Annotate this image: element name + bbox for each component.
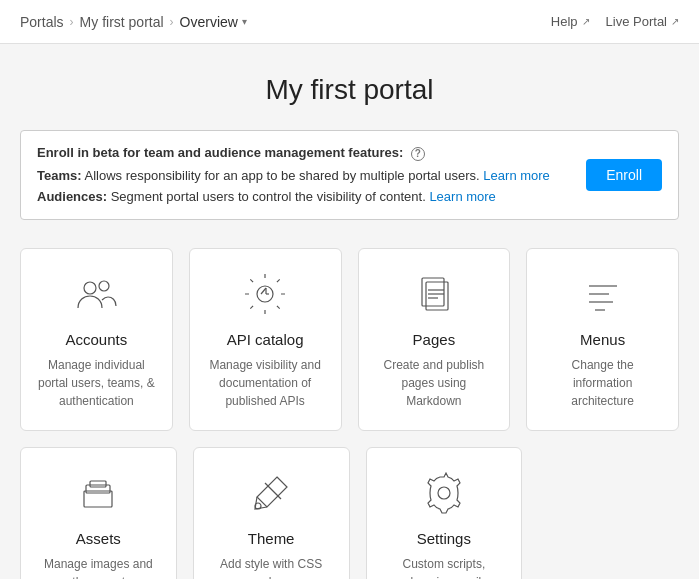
- assets-desc: Manage images and other assets: [37, 555, 160, 579]
- breadcrumb-current-label: Overview: [180, 14, 238, 30]
- help-link[interactable]: Help ↗: [551, 14, 590, 29]
- theme-desc: Add style with CSS rules: [210, 555, 333, 579]
- beta-banner-title: Enroll in beta for team and audience man…: [37, 143, 570, 164]
- accounts-title: Accounts: [66, 331, 128, 348]
- svg-line-18: [265, 483, 281, 499]
- breadcrumb-sep-1: ›: [70, 15, 74, 29]
- menus-title: Menus: [580, 331, 625, 348]
- card-api-catalog[interactable]: API catalog Manage visibility and docume…: [189, 248, 342, 431]
- main-content: My first portal Enroll in beta for team …: [0, 44, 699, 579]
- svg-rect-17: [90, 481, 106, 487]
- beta-audiences-line: Audiences: Segment portal users to contr…: [37, 187, 570, 208]
- cards-section: Accounts Manage individual portal users,…: [20, 248, 679, 579]
- assets-icon: [73, 468, 123, 518]
- beta-teams-line: Teams: Allows responsibility for an app …: [37, 166, 570, 187]
- card-accounts[interactable]: Accounts Manage individual portal users,…: [20, 248, 173, 431]
- breadcrumb-current: Overview ▾: [180, 14, 247, 30]
- menus-icon: [578, 269, 628, 319]
- enroll-button[interactable]: Enroll: [586, 159, 662, 191]
- beta-banner: Enroll in beta for team and audience man…: [20, 130, 679, 220]
- cards-grid-row2: Assets Manage images and other assets Th…: [20, 447, 522, 579]
- theme-icon: [246, 468, 296, 518]
- pages-title: Pages: [413, 331, 456, 348]
- breadcrumb-dropdown-arrow[interactable]: ▾: [242, 16, 247, 27]
- svg-point-0: [84, 282, 96, 294]
- teams-learn-more[interactable]: Learn more: [483, 168, 549, 183]
- card-menus[interactable]: Menus Change the information architectur…: [526, 248, 679, 431]
- audiences-learn-more[interactable]: Learn more: [429, 189, 495, 204]
- top-nav: Portals › My first portal › Overview ▾ H…: [0, 0, 699, 44]
- breadcrumb-sep-2: ›: [170, 15, 174, 29]
- live-portal-link[interactable]: Live Portal ↗: [606, 14, 679, 29]
- svg-line-3: [261, 288, 266, 294]
- live-portal-external-icon: ↗: [671, 16, 679, 27]
- card-theme[interactable]: Theme Add style with CSS rules: [193, 447, 350, 579]
- card-pages[interactable]: Pages Create and publish pages using Mar…: [358, 248, 511, 431]
- api-catalog-icon: [240, 269, 290, 319]
- breadcrumb-portal[interactable]: My first portal: [80, 14, 164, 30]
- breadcrumb: Portals › My first portal › Overview ▾: [20, 14, 247, 30]
- settings-desc: Custom scripts, domain, email settings..…: [383, 555, 506, 579]
- help-label: Help: [551, 14, 578, 29]
- audiences-desc: Segment portal users to control the visi…: [111, 189, 426, 204]
- page-title: My first portal: [20, 74, 679, 106]
- theme-title: Theme: [248, 530, 295, 547]
- pages-icon: [409, 269, 459, 319]
- svg-point-1: [99, 281, 109, 291]
- beta-banner-text: Enroll in beta for team and audience man…: [37, 143, 570, 207]
- nav-right: Help ↗ Live Portal ↗: [551, 14, 679, 29]
- card-assets[interactable]: Assets Manage images and other assets: [20, 447, 177, 579]
- svg-point-20: [438, 487, 450, 499]
- beta-help-icon[interactable]: ?: [411, 147, 425, 161]
- help-external-icon: ↗: [582, 16, 590, 27]
- assets-title: Assets: [76, 530, 121, 547]
- api-catalog-title: API catalog: [227, 331, 304, 348]
- teams-desc: Allows responsibility for an app to be s…: [84, 168, 479, 183]
- breadcrumb-portals[interactable]: Portals: [20, 14, 64, 30]
- card-settings[interactable]: Settings Custom scripts, domain, email s…: [366, 447, 523, 579]
- teams-label: Teams:: [37, 168, 82, 183]
- settings-title: Settings: [417, 530, 471, 547]
- accounts-icon: [71, 269, 121, 319]
- menus-desc: Change the information architecture: [543, 356, 662, 410]
- pages-desc: Create and publish pages using Markdown: [375, 356, 494, 410]
- live-portal-label: Live Portal: [606, 14, 667, 29]
- beta-title-text: Enroll in beta for team and audience man…: [37, 145, 403, 160]
- cards-grid-row1: Accounts Manage individual portal users,…: [20, 248, 679, 431]
- accounts-desc: Manage individual portal users, teams, &…: [37, 356, 156, 410]
- api-catalog-desc: Manage visibility and documentation of p…: [206, 356, 325, 410]
- audiences-label: Audiences:: [37, 189, 107, 204]
- settings-icon: [419, 468, 469, 518]
